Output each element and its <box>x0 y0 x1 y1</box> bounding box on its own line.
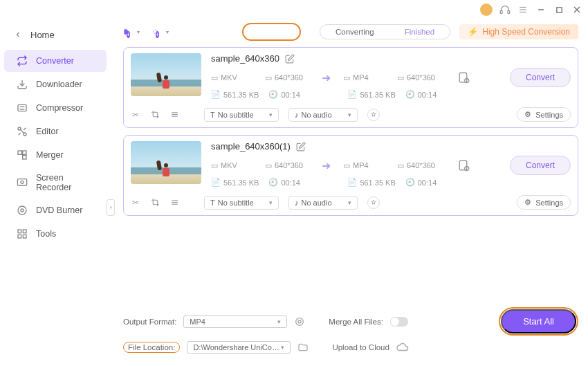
sidebar-collapse-handle[interactable] <box>107 199 115 216</box>
crop-icon[interactable] <box>150 110 160 120</box>
tab-label: Finished <box>405 28 434 36</box>
subtitle-select[interactable]: TNo subtitle▾ <box>204 196 279 210</box>
output-settings-icon[interactable] <box>458 71 470 84</box>
tab-finished[interactable]: Finished <box>389 25 450 39</box>
sidebar-item-screen-recorder[interactable]: Screen Recorder <box>4 167 107 198</box>
svg-rect-18 <box>18 151 21 154</box>
audio-select[interactable]: ♪No audio▾ <box>288 196 358 210</box>
info-icon[interactable] <box>367 109 380 121</box>
support-headset-icon[interactable] <box>499 4 511 15</box>
more-icon[interactable] <box>169 110 179 120</box>
edit-name-icon[interactable] <box>296 142 306 152</box>
svg-rect-26 <box>23 230 26 233</box>
settings-button[interactable]: ⚙Settings <box>517 195 571 210</box>
subtitle-value: No subtitle <box>218 111 254 119</box>
output-settings-icon[interactable] <box>458 159 470 172</box>
sidebar-item-compressor[interactable]: Compressor <box>4 97 107 119</box>
merge-toggle[interactable] <box>390 317 408 327</box>
output-format-value: MP4 <box>190 318 205 326</box>
trim-icon[interactable]: ✂ <box>131 198 140 208</box>
gear-icon: ⚙ <box>524 110 531 119</box>
svg-rect-25 <box>18 230 21 233</box>
chevron-down-icon: ▾ <box>269 111 273 118</box>
merge-label: Merge All Files: <box>329 318 383 326</box>
chevron-down-icon: ▾ <box>348 111 351 118</box>
audio-value: No audio <box>302 199 332 207</box>
arrow-right-icon: ➜ <box>322 159 331 172</box>
svg-point-14 <box>24 133 26 136</box>
highlight-ring <box>242 23 301 41</box>
high-speed-conversion-button[interactable]: ⚡ High Speed Conversion <box>459 24 578 39</box>
video-thumbnail[interactable] <box>131 141 201 184</box>
settings-button[interactable]: ⚙Settings <box>517 107 571 122</box>
open-folder-icon[interactable] <box>297 342 309 353</box>
convert-label: Convert <box>526 161 555 170</box>
sidebar-item-editor[interactable]: Editor <box>4 120 107 143</box>
menu-icon[interactable] <box>517 4 529 15</box>
sidebar-item-merger[interactable]: Merger <box>4 144 107 166</box>
add-file-button[interactable]: +▾ <box>123 24 140 40</box>
audio-icon: ♪ <box>295 111 299 119</box>
subtitle-value: No subtitle <box>218 199 254 207</box>
sidebar-item-downloader[interactable]: Downloader <box>4 73 107 95</box>
sidebar-item-dvd-burner[interactable]: DVD Burner <box>4 199 107 221</box>
user-avatar[interactable] <box>480 3 493 16</box>
audio-value: No audio <box>302 111 332 119</box>
info-icon[interactable] <box>367 196 380 209</box>
src-dur: 00:14 <box>281 179 300 187</box>
chevron-down-icon: ▾ <box>166 29 169 35</box>
tab-converting[interactable]: Converting <box>320 25 389 39</box>
minimize-button[interactable] <box>535 4 546 15</box>
upload-cloud-label: Upload to Cloud <box>332 343 389 351</box>
dst-size: 561.35 KB <box>360 91 395 99</box>
crop-icon[interactable] <box>150 198 160 208</box>
hsc-label: High Speed Conversion <box>482 27 570 37</box>
file-card: sample_640x360(1) ▭MKV ▭640*360 ➜ ▭MP4 ▭… <box>123 135 578 216</box>
audio-select[interactable]: ♪No audio▾ <box>288 108 358 122</box>
output-format-select[interactable]: MP4▾ <box>183 315 287 328</box>
close-button[interactable] <box>571 4 582 15</box>
video-format-icon: ▭ <box>211 161 218 170</box>
svg-rect-6 <box>556 7 561 12</box>
svg-rect-31 <box>459 73 467 82</box>
file-location-select[interactable]: D:\Wondershare UniConverter 1▾ <box>187 341 291 354</box>
footer: Output Format: MP4▾ Merge All Files: Sta… <box>123 300 578 359</box>
file-name: sample_640x360 <box>211 53 279 64</box>
svg-rect-28 <box>23 235 26 238</box>
duration-icon: 🕘 <box>405 178 415 187</box>
cloud-icon[interactable] <box>396 341 409 354</box>
convert-label: Convert <box>526 73 555 82</box>
convert-button[interactable]: Convert <box>510 156 571 175</box>
subtitle-select[interactable]: TNo subtitle▾ <box>204 108 279 122</box>
duration-icon: 🕘 <box>268 90 278 99</box>
svg-rect-20 <box>23 151 26 154</box>
subtitle-icon: T <box>210 199 215 207</box>
dst-dur: 00:14 <box>418 91 437 99</box>
start-all-button[interactable]: Start All <box>501 309 576 333</box>
resolution-icon: ▭ <box>397 73 404 82</box>
format-settings-icon[interactable] <box>294 316 305 327</box>
svg-rect-21 <box>17 179 26 185</box>
video-thumbnail[interactable] <box>131 53 201 96</box>
video-format-icon: ▭ <box>211 73 218 82</box>
svg-rect-36 <box>459 161 467 170</box>
trim-icon[interactable]: ✂ <box>131 110 140 120</box>
sidebar-home[interactable]: Home <box>0 24 111 46</box>
add-url-button[interactable]: +▾ <box>152 24 169 40</box>
chevron-down-icon: ▾ <box>269 199 273 206</box>
edit-name-icon[interactable] <box>285 54 295 64</box>
more-icon[interactable] <box>169 198 179 208</box>
settings-label: Settings <box>535 199 563 207</box>
convert-button[interactable]: Convert <box>510 68 571 87</box>
tab-label: Converting <box>336 28 374 36</box>
duration-icon: 🕘 <box>405 90 415 99</box>
sidebar-item-converter[interactable]: Converter <box>4 50 107 72</box>
video-format-icon: ▭ <box>343 161 350 170</box>
svg-line-17 <box>19 133 21 135</box>
output-format-label: Output Format: <box>123 318 176 326</box>
sidebar-item-tools[interactable]: Tools <box>4 223 107 245</box>
chevron-down-icon: ▾ <box>277 318 281 325</box>
svg-line-16 <box>24 128 26 130</box>
maximize-button[interactable] <box>553 4 564 15</box>
gear-icon: ⚙ <box>524 198 531 207</box>
